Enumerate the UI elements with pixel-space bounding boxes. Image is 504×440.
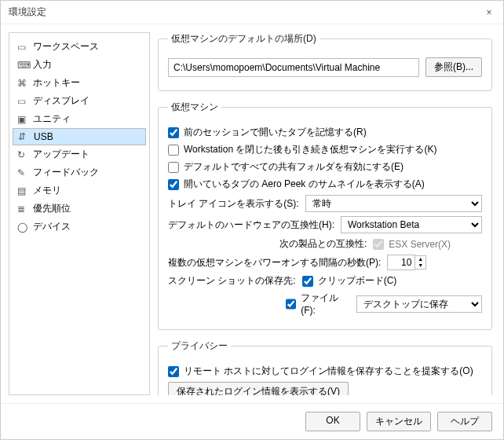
offer-label: リモート ホストに対してログイン情報を保存することを提案する(O) [184,365,473,378]
legend-default-location: 仮想マシンのデフォルトの場所(D) [168,32,320,46]
compat-label: デフォルトのハードウェアの互換性(H): [168,218,334,232]
chk-aero-label: 開いているタブの Aero Peek のサムネイルを表示する(A) [184,178,425,191]
chk-remember-label: 前のセッションで開いたタブを記憶する(R) [184,126,367,139]
show-saved-button[interactable]: 保存されたログイン情報を表示する(V) [168,382,349,395]
group-privacy: プライバシー リモート ホストに対してログイン情報を保存することを提案する(O)… [158,339,492,395]
footer: OK キャンセル ヘルプ [1,403,503,439]
compat-with-label: 次の製品との互換性: [279,237,367,251]
sidebar-item-label: ホットキー [33,76,80,90]
sidebar-icon: ⌨ [17,60,28,71]
sidebar-icon: ≣ [17,204,28,214]
file-label: ファイル(F): [301,292,350,316]
poweron-label: 複数の仮想マシンをパワーオンする間隔の秒数(P): [168,256,381,270]
sidebar-icon: ▤ [17,185,28,196]
sidebar-item-9[interactable]: ≣優先順位 [13,200,146,218]
chk-keep-running[interactable]: Workstation を閉じた後も引き続き仮想マシンを実行する(K) [168,143,482,156]
sidebar-icon: ⌘ [17,78,28,89]
chk-file[interactable]: ファイル(F): [286,292,350,316]
sidebar-icon: ⇵ [18,131,29,142]
sidebar-item-7[interactable]: ✎フィードバック [13,163,146,182]
sidebar-item-0[interactable]: ▭ワークスペース [13,38,146,56]
sidebar-item-label: 入力 [33,58,52,72]
sidebar-item-label: デバイス [33,220,71,233]
sidebar-item-label: メモリ [33,184,61,197]
spin-down-icon[interactable]: ▼ [415,262,425,269]
sidebar-icon: ▭ [17,96,28,107]
chk-shared-label: デフォルトですべての共有フォルダを有効にする(E) [184,160,404,174]
chk-remember-tabs[interactable]: 前のセッションで開いたタブを記憶する(R) [168,126,482,139]
chk-offer-save[interactable]: リモート ホストに対してログイン情報を保存することを提案する(O) [168,365,482,378]
default-path-input[interactable]: C:\Users\momopoem\Documents\Virtual Mach… [168,58,419,77]
chk-esx: ESX Server(X) [373,239,451,250]
sidebar: ▭ワークスペース⌨入力⌘ホットキー▭ディスプレイ▣ユニティ⇵USB↻アップデート… [9,32,150,395]
sidebar-item-label: フィードバック [33,166,99,179]
titlebar: 環境設定 × [1,1,503,24]
sidebar-item-6[interactable]: ↻アップデート [13,145,146,163]
sidebar-icon: ✎ [17,167,28,178]
sidebar-item-1[interactable]: ⌨入力 [13,56,146,74]
tray-select[interactable]: 常時 [305,195,482,212]
chk-aero-peek[interactable]: 開いているタブの Aero Peek のサムネイルを表示する(A) [168,178,482,191]
ok-button[interactable]: OK [305,412,360,431]
clip-label: クリップボード(C) [318,274,397,288]
sidebar-item-label: USB [34,131,53,142]
sidebar-item-label: アップデート [33,148,89,161]
compat-select[interactable]: Workstation Beta [341,216,482,233]
content-panel: 仮想マシンのデフォルトの場所(D) C:\Users\momopoem\Docu… [158,32,495,395]
cancel-button[interactable]: キャンセル [367,412,431,431]
poweron-value [387,255,415,270]
sidebar-icon: ◯ [17,222,28,233]
browse-button[interactable]: 参照(B)... [425,57,482,77]
legend-vm: 仮想マシン [168,101,221,114]
sidebar-item-10[interactable]: ◯デバイス [13,218,146,236]
poweron-spinner[interactable]: ▲▼ [387,255,426,270]
esx-label: ESX Server(X) [389,239,451,250]
group-vm: 仮想マシン 前のセッションで開いたタブを記憶する(R) Workstation … [158,101,492,330]
sidebar-item-label: ユニティ [33,112,71,126]
sidebar-item-5[interactable]: ⇵USB [13,128,146,145]
legend-privacy: プライバシー [168,339,231,353]
sidebar-item-label: 優先順位 [33,202,71,215]
close-icon[interactable]: × [483,6,495,19]
sidebar-item-label: ディスプレイ [33,94,89,108]
spin-up-icon[interactable]: ▲ [415,256,425,262]
chk-enable-shared[interactable]: デフォルトですべての共有フォルダを有効にする(E) [168,160,482,174]
window-title: 環境設定 [9,6,46,19]
sidebar-icon: ▭ [17,42,28,53]
main-area: ▭ワークスペース⌨入力⌘ホットキー▭ディスプレイ▣ユニティ⇵USB↻アップデート… [1,24,503,403]
sidebar-item-label: ワークスペース [33,40,99,53]
help-button[interactable]: ヘルプ [437,412,492,431]
sidebar-item-8[interactable]: ▤メモリ [13,182,146,200]
group-default-location: 仮想マシンのデフォルトの場所(D) C:\Users\momopoem\Docu… [158,32,492,91]
sidebar-icon: ▣ [17,114,28,125]
sidebar-item-2[interactable]: ⌘ホットキー [13,74,146,92]
chk-keep-label: Workstation を閉じた後も引き続き仮想マシンを実行する(K) [184,143,436,156]
file-dest-select[interactable]: デスクトップに保存 [356,295,482,313]
screenshot-label: スクリーン ショットの保存先: [168,274,296,288]
sidebar-item-4[interactable]: ▣ユニティ [13,110,146,128]
tray-label: トレイ アイコンを表示する(S): [168,197,299,211]
sidebar-item-3[interactable]: ▭ディスプレイ [13,92,146,110]
sidebar-icon: ↻ [17,149,28,160]
chk-clipboard[interactable]: クリップボード(C) [302,274,397,288]
